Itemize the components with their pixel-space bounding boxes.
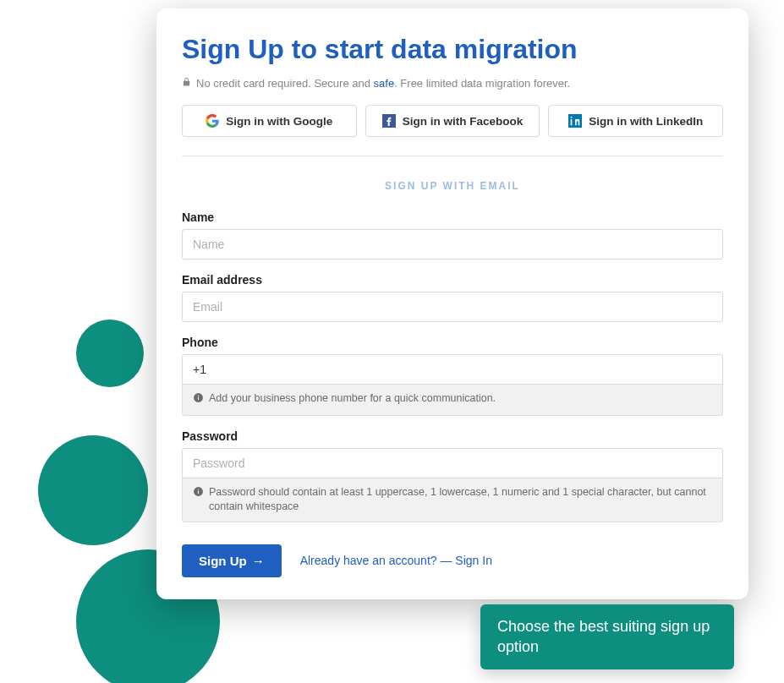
password-label: Password [182,429,723,443]
signup-card: Sign Up to start data migration No credi… [156,8,748,599]
svg-point-4 [198,395,199,396]
social-signin-row: Sign in with Google Sign in with Faceboo… [182,105,723,137]
subtitle-row: No credit card required. Secure and safe… [182,77,723,90]
safe-link[interactable]: safe [374,77,395,90]
decorative-circle [38,435,148,545]
google-icon [206,114,219,128]
phone-hint: Add your business phone number for a qui… [182,385,723,416]
tooltip-callout: Choose the best suiting sign up option [480,604,734,669]
divider [182,156,723,156]
info-icon [193,486,204,502]
subtitle-text: No credit card required. Secure and safe… [196,77,570,90]
svg-rect-3 [198,396,199,400]
info-icon [193,392,204,408]
signin-link[interactable]: Already have an account? — Sign In [300,554,492,567]
name-label: Name [182,210,723,224]
phone-input[interactable] [182,354,723,385]
actions-row: Sign Up → Already have an account? — Sig… [182,544,723,577]
email-input[interactable] [182,292,723,322]
lock-icon [182,77,191,90]
svg-point-7 [198,489,199,489]
google-signin-button[interactable]: Sign in with Google [182,105,357,137]
google-signin-label: Sign in with Google [226,115,332,128]
svg-rect-6 [198,490,199,494]
facebook-signin-label: Sign in with Facebook [403,115,524,128]
linkedin-icon [568,114,582,128]
linkedin-signin-button[interactable]: Sign in with LinkedIn [548,105,723,137]
facebook-signin-button[interactable]: Sign in with Facebook [365,105,540,137]
facebook-icon [382,114,396,128]
phone-label: Phone [182,336,723,349]
email-label: Email address [182,273,723,287]
name-input[interactable] [182,229,723,260]
email-signup-heading: SIGN UP WITH EMAIL [182,180,723,192]
phone-field-group: Phone Add your business phone number for… [182,336,723,416]
signup-button[interactable]: Sign Up → [182,544,282,577]
arrow-right-icon: → [252,554,265,568]
page-title: Sign Up to start data migration [182,34,723,65]
password-field-group: Password Password should contain at leas… [182,429,723,522]
signup-button-label: Sign Up [199,554,247,568]
password-hint: Password should contain at least 1 upper… [182,478,723,522]
password-hint-text: Password should contain at least 1 upper… [209,485,712,515]
name-field-group: Name [182,210,723,260]
email-field-group: Email address [182,273,723,322]
decorative-circle [76,320,144,387]
linkedin-signin-label: Sign in with LinkedIn [589,115,703,128]
phone-hint-text: Add your business phone number for a qui… [209,391,496,407]
password-input[interactable] [182,448,723,478]
